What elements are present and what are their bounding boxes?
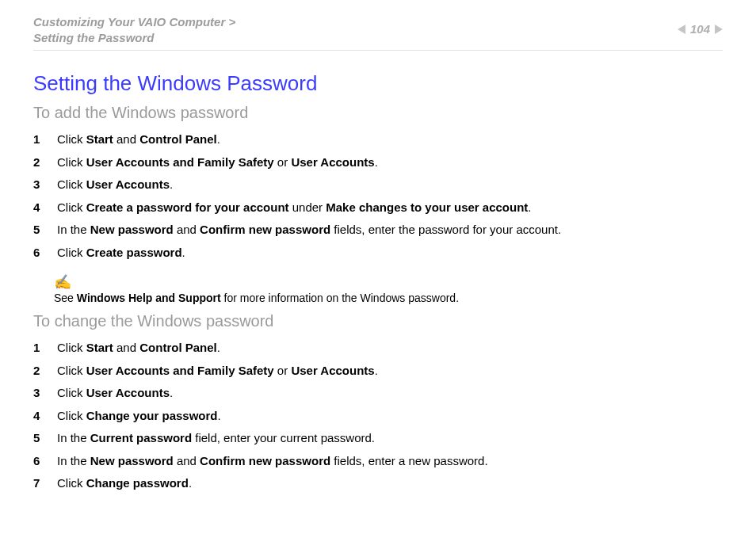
- step-item: 4Click Change your password.: [33, 405, 723, 428]
- step-text: In the Current password field, enter you…: [57, 427, 375, 450]
- step-number: 1: [33, 128, 43, 151]
- step-item: 4Click Create a password for your accoun…: [33, 196, 723, 219]
- step-text: Click Create a password for your account…: [57, 196, 532, 219]
- step-number: 2: [33, 151, 43, 174]
- step-text: In the New password and Confirm new pass…: [57, 219, 561, 242]
- step-text: Click User Accounts.: [57, 174, 173, 196]
- step-text: Click Change your password.: [57, 405, 221, 428]
- step-item: 3Click User Accounts.: [33, 382, 723, 405]
- step-item: 5In the New password and Confirm new pas…: [33, 219, 723, 242]
- breadcrumb-separator: >: [228, 15, 235, 29]
- breadcrumb: Customizing Your VAIO Computer > Setting…: [33, 14, 235, 45]
- page-navigation: 104: [678, 22, 723, 36]
- prev-page-icon[interactable]: [678, 25, 685, 34]
- step-text: Click User Accounts and Family Safety or…: [57, 151, 378, 174]
- step-text: Click User Accounts.: [57, 382, 173, 405]
- page-number: 104: [690, 22, 710, 36]
- page-title: Setting the Windows Password: [33, 71, 723, 96]
- step-text: Click Start and Control Panel.: [57, 128, 220, 151]
- breadcrumb-line2: Setting the Password: [33, 31, 155, 44]
- step-item: 2Click User Accounts and Family Safety o…: [33, 360, 723, 383]
- step-text: In the New password and Confirm new pass…: [57, 450, 488, 473]
- step-number: 3: [33, 174, 43, 196]
- step-number: 5: [33, 219, 43, 242]
- step-number: 2: [33, 360, 43, 383]
- step-number: 6: [33, 450, 43, 473]
- step-item: 5In the Current password field, enter yo…: [33, 427, 723, 450]
- step-item: 2Click User Accounts and Family Safety o…: [33, 151, 723, 174]
- step-item: 3Click User Accounts.: [33, 174, 723, 196]
- step-number: 3: [33, 382, 43, 405]
- step-number: 4: [33, 196, 43, 219]
- step-item: 6In the New password and Confirm new pas…: [33, 450, 723, 473]
- step-text: Click Start and Control Panel.: [57, 337, 220, 360]
- page-header: Customizing Your VAIO Computer > Setting…: [33, 14, 723, 51]
- step-item: 7Click Change password.: [33, 472, 723, 495]
- step-number: 7: [33, 472, 43, 495]
- note-block: ✍ See Windows Help and Support for more …: [54, 275, 723, 304]
- steps-add: 1Click Start and Control Panel.2Click Us…: [33, 128, 723, 264]
- step-number: 6: [33, 242, 43, 265]
- section-heading-change: To change the Windows password: [33, 312, 723, 330]
- step-number: 5: [33, 427, 43, 450]
- note-text: See Windows Help and Support for more in…: [54, 292, 459, 304]
- steps-change: 1Click Start and Control Panel.2Click Us…: [33, 337, 723, 495]
- page-content: Setting the Windows Password To add the …: [33, 51, 723, 495]
- section-heading-add: To add the Windows password: [33, 104, 723, 122]
- next-page-icon[interactable]: [715, 25, 723, 34]
- step-number: 1: [33, 337, 43, 360]
- breadcrumb-line1: Customizing Your VAIO Computer: [33, 15, 225, 29]
- note-icon: ✍: [54, 275, 723, 289]
- step-text: Click Create password.: [57, 242, 185, 265]
- step-item: 1Click Start and Control Panel.: [33, 337, 723, 360]
- step-text: Click User Accounts and Family Safety or…: [57, 360, 378, 383]
- step-text: Click Change password.: [57, 472, 192, 495]
- step-item: 6Click Create password.: [33, 242, 723, 265]
- step-item: 1Click Start and Control Panel.: [33, 128, 723, 151]
- step-number: 4: [33, 405, 43, 428]
